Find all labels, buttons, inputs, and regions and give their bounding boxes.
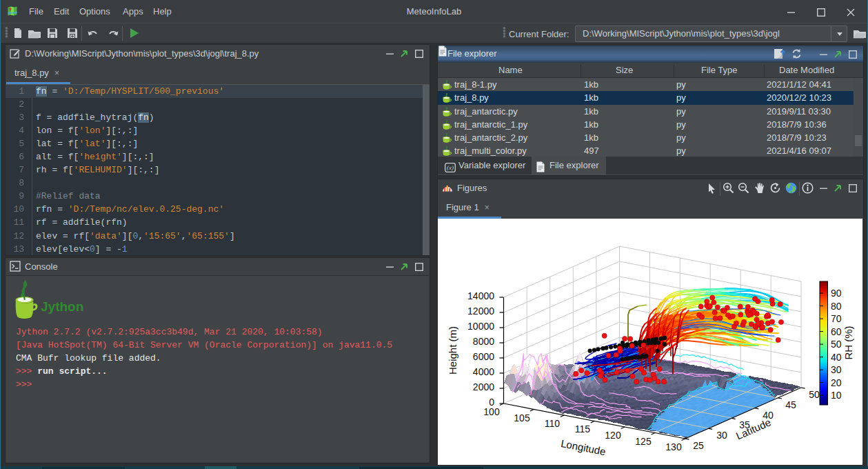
svg-text:60: 60 [831,326,842,337]
svg-text:14000: 14000 [467,290,494,301]
svg-text:RH (%): RH (%) [842,326,854,359]
svg-text:30: 30 [716,430,727,441]
svg-text:20: 20 [831,377,842,388]
svg-text:30: 30 [831,364,842,375]
svg-text:25: 25 [693,440,704,451]
svg-text:80: 80 [831,301,842,312]
svg-text:105: 105 [514,412,530,423]
svg-text:100: 100 [483,406,500,417]
svg-text:50: 50 [809,389,820,400]
svg-text:12000: 12000 [467,306,494,317]
svg-text:Height (m): Height (m) [447,326,458,375]
svg-text:115: 115 [575,423,591,435]
svg-text:70: 70 [831,313,842,324]
svg-text:130: 130 [665,441,682,452]
svg-text:4000: 4000 [473,366,494,377]
svg-text:2000: 2000 [473,381,494,392]
svg-text:8000: 8000 [473,336,494,347]
svg-text:(x): (x) [447,164,454,171]
svg-text:10: 10 [831,390,842,401]
svg-text:90: 90 [831,288,842,299]
svg-text:45: 45 [785,399,796,410]
svg-text:6000: 6000 [473,351,494,362]
svg-text:10000: 10000 [467,321,494,332]
svg-text:120: 120 [605,430,621,441]
svg-text:50: 50 [831,339,842,350]
svg-text:110: 110 [545,418,561,429]
svg-text:40: 40 [831,352,842,363]
svg-text:125: 125 [635,436,652,447]
